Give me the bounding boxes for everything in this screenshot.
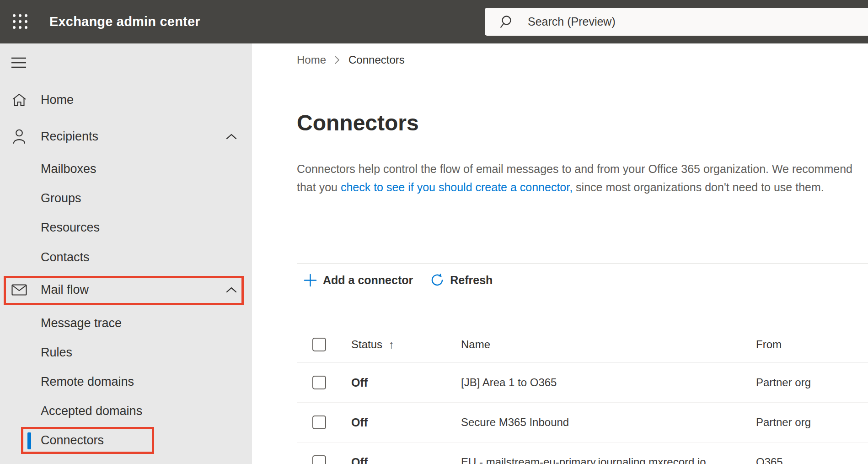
row-name-link[interactable]: EU - mailstream-eu-primary.journaling.mx… bbox=[461, 456, 706, 464]
toolbar-divider bbox=[297, 263, 868, 264]
table-row[interactable]: Off Secure M365 Inbound Partner org bbox=[297, 403, 868, 442]
sidebar-item-remote-domains[interactable]: Remote domains bbox=[0, 367, 252, 396]
row-checkbox[interactable] bbox=[312, 455, 326, 464]
refresh-icon bbox=[430, 273, 444, 287]
row-from: Partner org bbox=[756, 376, 811, 389]
column-header-name[interactable]: Name bbox=[461, 338, 490, 351]
row-checkbox[interactable] bbox=[312, 376, 326, 389]
envelope-icon bbox=[11, 281, 27, 298]
waffle-icon bbox=[11, 13, 29, 30]
sidebar-item-label: Contacts bbox=[41, 250, 90, 264]
plus-icon bbox=[304, 274, 317, 287]
sidebar-item-label: Accepted domains bbox=[41, 404, 142, 418]
sidebar-item-label: Resources bbox=[41, 221, 100, 235]
sidebar-item-label: Message trace bbox=[41, 316, 122, 330]
page-title: Connectors bbox=[297, 110, 419, 135]
table-row[interactable]: Off [JB] Area 1 to O365 Partner org bbox=[297, 363, 868, 403]
breadcrumb-current: Connectors bbox=[348, 54, 405, 66]
top-app-bar: Exchange admin center bbox=[0, 0, 868, 43]
hamburger-icon bbox=[11, 57, 27, 69]
page-description: Connectors help control the flow of emai… bbox=[297, 160, 852, 196]
sidebar-item-mailboxes[interactable]: Mailboxes bbox=[0, 154, 252, 183]
sidebar-item-resources[interactable]: Resources bbox=[0, 213, 252, 242]
app-title: Exchange admin center bbox=[49, 0, 200, 43]
row-name-link[interactable]: Secure M365 Inbound bbox=[461, 416, 569, 429]
sidebar-item-message-trace[interactable]: Message trace bbox=[0, 308, 252, 338]
home-icon bbox=[11, 92, 27, 108]
sidebar-item-label: Connectors bbox=[41, 433, 104, 448]
main-content: Home Connectors Connectors Connectors he… bbox=[252, 43, 868, 464]
sidebar-item-label: Recipients bbox=[41, 129, 98, 144]
breadcrumb-home-link[interactable]: Home bbox=[297, 54, 326, 66]
sidebar-item-groups[interactable]: Groups bbox=[0, 183, 252, 213]
search-icon bbox=[499, 14, 515, 30]
global-search bbox=[485, 8, 868, 36]
sidebar-item-rules[interactable]: Rules bbox=[0, 338, 252, 367]
status-header-label: Status bbox=[351, 338, 382, 351]
row-status: Off bbox=[351, 456, 368, 464]
sidebar-item-label: Mail flow bbox=[41, 283, 89, 297]
column-header-from[interactable]: From bbox=[756, 338, 782, 351]
row-status: Off bbox=[351, 416, 368, 429]
column-header-status[interactable]: Status ↑ bbox=[351, 338, 394, 351]
table-row[interactable]: Off EU - mailstream-eu-primary.journalin… bbox=[297, 442, 868, 464]
connectors-table: Status ↑ Name From Off [JB] Area 1 to O3… bbox=[252, 327, 868, 464]
add-connector-label: Add a connector bbox=[323, 274, 413, 287]
app-launcher-button[interactable] bbox=[6, 8, 34, 35]
refresh-button[interactable]: Refresh bbox=[430, 273, 493, 287]
row-from: O365 bbox=[756, 456, 783, 464]
sidebar-item-label: Groups bbox=[41, 191, 81, 205]
refresh-label: Refresh bbox=[450, 274, 493, 287]
person-icon bbox=[11, 128, 27, 145]
row-from: Partner org bbox=[756, 416, 811, 429]
command-bar: Add a connector Refresh bbox=[304, 270, 493, 290]
breadcrumb: Home Connectors bbox=[297, 54, 405, 66]
sidebar-item-connectors[interactable]: Connectors bbox=[0, 426, 252, 455]
exchange-admin-center-screen: Exchange admin center bbox=[0, 0, 868, 464]
sidebar-item-home[interactable]: Home bbox=[0, 83, 252, 116]
sidebar-item-accepted-domains[interactable]: Accepted domains bbox=[0, 396, 252, 426]
row-checkbox[interactable] bbox=[312, 415, 326, 429]
description-text: since most organizations don't need to u… bbox=[573, 181, 824, 194]
sidebar-item-recipients[interactable]: Recipients bbox=[0, 120, 252, 153]
create-connector-check-link[interactable]: check to see if you should create a conn… bbox=[341, 181, 573, 194]
row-status: Off bbox=[351, 376, 368, 389]
chevron-up-icon[interactable] bbox=[226, 286, 237, 293]
sort-ascending-icon: ↑ bbox=[389, 338, 394, 351]
search-input[interactable] bbox=[527, 15, 868, 29]
nav-collapse-button[interactable] bbox=[7, 53, 30, 73]
selected-item-indicator bbox=[27, 432, 31, 449]
left-navigation: Home Recipients Mailboxes G bbox=[0, 43, 252, 464]
sidebar-item-mail-flow[interactable]: Mail flow bbox=[0, 273, 252, 306]
sidebar-item-label: Remote domains bbox=[41, 375, 134, 389]
sidebar-item-label: Home bbox=[41, 93, 74, 107]
table-header-row: Status ↑ Name From bbox=[297, 327, 868, 363]
add-connector-button[interactable]: Add a connector bbox=[304, 274, 413, 287]
sidebar-item-contacts[interactable]: Contacts bbox=[0, 243, 252, 272]
sidebar-item-label: Rules bbox=[41, 345, 72, 360]
sidebar-item-label: Mailboxes bbox=[41, 162, 96, 176]
select-all-checkbox[interactable] bbox=[312, 338, 326, 351]
row-name-link[interactable]: [JB] Area 1 to O365 bbox=[461, 376, 557, 389]
chevron-right-icon bbox=[334, 55, 340, 65]
chevron-up-icon[interactable] bbox=[226, 133, 237, 140]
